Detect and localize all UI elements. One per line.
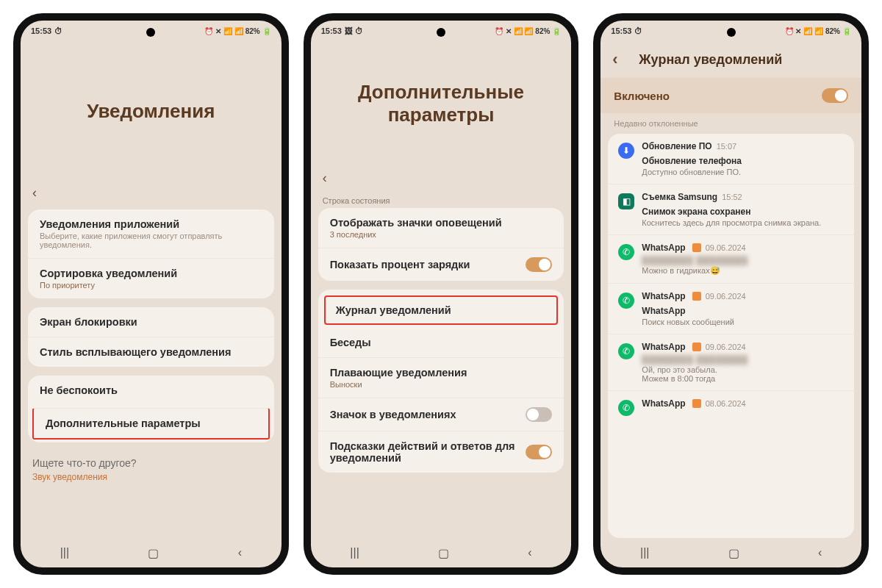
status-battery: 82% bbox=[825, 27, 840, 35]
phone-notifications: 15:53⏱ ⏰ ✕ 📶 📶 82% 🔋 Уведомления ‹ Уведо… bbox=[13, 13, 289, 575]
notif-app-name: Обновление ПО15:07 bbox=[642, 141, 844, 151]
card-display: Экран блокировки Стиль всплывающего увед… bbox=[28, 307, 274, 367]
toggle-badge[interactable] bbox=[526, 407, 552, 422]
notification-item[interactable]: ✆WhatsApp09.06.2024████████ ████████Можн… bbox=[608, 234, 854, 283]
row-subtitle: По приоритету bbox=[40, 281, 262, 290]
row-show-icons[interactable]: Отображать значки оповещений 3 последних bbox=[318, 208, 564, 248]
notif-app-name: WhatsApp08.06.2024 bbox=[642, 398, 844, 409]
app-icon: ✆ bbox=[618, 244, 634, 260]
status-alarm-icon: ⏱ bbox=[634, 26, 642, 35]
row-popup-style[interactable]: Стиль всплывающего уведомления bbox=[28, 337, 274, 367]
battery-icon: 🔋 bbox=[842, 27, 851, 35]
notif-time: 08.06.2024 bbox=[706, 399, 746, 408]
battery-icon: 🔋 bbox=[262, 27, 271, 35]
status-battery: 82% bbox=[535, 27, 550, 35]
camera-hole bbox=[146, 28, 155, 37]
row-advanced-settings[interactable]: Дополнительные параметры bbox=[32, 408, 270, 440]
orange-badge-icon bbox=[692, 243, 701, 252]
notif-title: Обновление телефона bbox=[642, 156, 844, 166]
nav-bar: ||| ▢ ‹ bbox=[311, 538, 572, 567]
notification-list: ⬇Обновление ПО15:07Обновление телефонаДо… bbox=[608, 134, 854, 538]
notif-app-name: Съемка Samsung15:52 bbox=[642, 192, 844, 202]
notification-item[interactable]: ⬇Обновление ПО15:07Обновление телефонаДо… bbox=[608, 134, 854, 184]
toggle-suggestions[interactable] bbox=[526, 445, 552, 459]
camera-hole bbox=[727, 28, 736, 37]
notif-time: 09.06.2024 bbox=[706, 343, 746, 351]
row-conversations[interactable]: Беседы bbox=[318, 328, 564, 357]
toggle-battery-percent[interactable] bbox=[526, 257, 552, 272]
page-title: Уведомления bbox=[21, 41, 282, 181]
section-recent: Недавно отклоненные bbox=[600, 113, 861, 131]
header: ‹ Журнал уведомлений bbox=[600, 41, 861, 78]
nav-home[interactable]: ▢ bbox=[148, 546, 159, 560]
notif-body: Можно в гидриках😅 bbox=[642, 266, 844, 276]
back-button[interactable]: ‹ bbox=[32, 185, 50, 201]
app-icon: ✆ bbox=[618, 293, 634, 309]
notification-item[interactable]: ✆WhatsApp09.06.2024WhatsAppПоиск новых с… bbox=[608, 283, 854, 334]
row-notification-journal[interactable]: Журнал уведомлений bbox=[324, 295, 559, 325]
notif-app-name: WhatsApp09.06.2024 bbox=[642, 243, 844, 253]
enable-bar[interactable]: Включено bbox=[600, 78, 861, 113]
toggle-journal-enabled[interactable] bbox=[822, 88, 848, 103]
related-link[interactable]: Звук уведомления bbox=[21, 469, 282, 482]
nav-home[interactable]: ▢ bbox=[728, 546, 739, 560]
nav-back[interactable]: ‹ bbox=[238, 546, 242, 559]
nav-back[interactable]: ‹ bbox=[818, 546, 822, 559]
row-dnd[interactable]: Не беспокоить bbox=[28, 376, 274, 405]
page-title: Журнал уведомлений bbox=[639, 52, 782, 68]
camera-hole bbox=[437, 28, 445, 37]
notif-app-name: WhatsApp09.06.2024 bbox=[642, 342, 844, 352]
nav-bar: ||| ▢ ‹ bbox=[21, 538, 282, 567]
notification-item[interactable]: ✆WhatsApp09.06.2024████████ ████████Ой, … bbox=[608, 334, 854, 390]
row-battery-percent[interactable]: Показать процент зарядки bbox=[318, 248, 564, 281]
status-icons: ⏰ ✕ 📶 📶 bbox=[495, 27, 533, 35]
row-subtitle: Выберите, какие приложения смогут отправ… bbox=[40, 232, 262, 249]
status-alarm-icon: ⏱ bbox=[54, 26, 62, 35]
nav-recents[interactable]: ||| bbox=[350, 546, 359, 559]
row-app-notifications[interactable]: Уведомления приложений Выберите, какие п… bbox=[28, 209, 274, 258]
notif-body: Доступно обновление ПО. bbox=[642, 168, 844, 176]
phone-journal: 15:53⏱ ⏰ ✕ 📶 📶 82% 🔋 ‹ Журнал уведомлени… bbox=[593, 13, 869, 575]
nav-back[interactable]: ‹ bbox=[528, 546, 531, 559]
row-title: Сортировка уведомлений bbox=[40, 268, 262, 279]
orange-badge-icon bbox=[692, 399, 701, 408]
row-suggestions[interactable]: Подсказки действий и ответов для уведомл… bbox=[318, 431, 564, 473]
enable-label: Включено bbox=[614, 90, 670, 102]
notif-title: WhatsApp bbox=[642, 306, 844, 316]
notif-app-name: WhatsApp09.06.2024 bbox=[642, 291, 844, 301]
nav-home[interactable]: ▢ bbox=[438, 546, 449, 560]
row-badge[interactable]: Значок в уведомлениях bbox=[318, 398, 564, 431]
card-journal: Журнал уведомлений Беседы Плавающие увед… bbox=[318, 290, 564, 473]
section-label-statusbar: Строка состояния bbox=[311, 190, 572, 207]
notif-body: Поиск новых сообщений bbox=[642, 318, 844, 326]
notification-item[interactable]: ◧Съемка Samsung15:52Снимок экрана сохран… bbox=[608, 184, 854, 234]
notif-body: Коснитесь здесь для просмотра снимка экр… bbox=[642, 218, 844, 227]
notif-time: 15:07 bbox=[717, 142, 737, 151]
status-time: 15:53 bbox=[611, 26, 631, 35]
card-statusbar: Отображать значки оповещений 3 последних… bbox=[318, 208, 564, 281]
status-battery: 82% bbox=[245, 27, 260, 35]
phone-advanced: 15:53🖼 ⏱ ⏰ ✕ 📶 📶 82% 🔋 Дополнительные па… bbox=[304, 13, 579, 575]
row-lockscreen[interactable]: Экран блокировки bbox=[28, 307, 274, 337]
row-floating[interactable]: Плавающие уведомления Выноски bbox=[318, 357, 564, 398]
notification-item[interactable]: ✆WhatsApp08.06.2024 bbox=[608, 390, 854, 423]
row-title: Уведомления приложений bbox=[40, 218, 262, 230]
back-button[interactable]: ‹ bbox=[612, 50, 630, 69]
status-time: 15:53 bbox=[31, 26, 51, 35]
notif-title: Снимок экрана сохранен bbox=[642, 207, 844, 217]
back-button[interactable]: ‹ bbox=[323, 171, 340, 186]
nav-recents[interactable]: ||| bbox=[60, 546, 69, 559]
row-title: Дополнительные параметры bbox=[46, 417, 201, 429]
notif-time: 09.06.2024 bbox=[706, 243, 746, 252]
battery-icon: 🔋 bbox=[552, 27, 561, 35]
page-title: Дополнительные параметры bbox=[311, 41, 572, 166]
status-icons: ⏰ ✕ 📶 📶 bbox=[785, 27, 823, 35]
notif-time: 09.06.2024 bbox=[706, 292, 746, 301]
app-icon: ✆ bbox=[618, 400, 634, 416]
card-apps: Уведомления приложений Выберите, какие п… bbox=[28, 209, 274, 298]
status-icons: ⏰ ✕ 📶 📶 bbox=[204, 27, 243, 35]
row-sort[interactable]: Сортировка уведомлений По приоритету bbox=[28, 258, 274, 298]
nav-recents[interactable]: ||| bbox=[640, 546, 649, 559]
app-icon: ✆ bbox=[618, 343, 634, 359]
search-hint: Ищете что-то другое? bbox=[21, 447, 282, 469]
